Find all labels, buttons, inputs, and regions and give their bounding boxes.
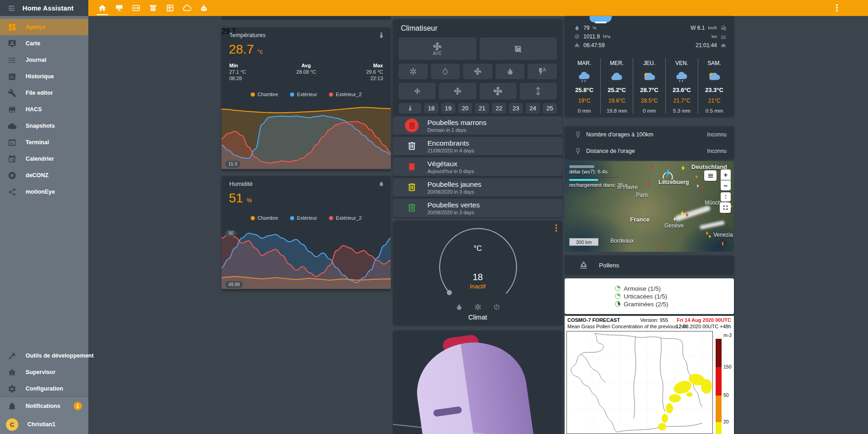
humidity-card[interactable]: Humidité 51 % Chambre Extérieur Extérieu…: [221, 176, 391, 291]
sidebar-item-motioneye[interactable]: motionEye: [0, 184, 88, 200]
lightning-strike-marker: [700, 186, 704, 190]
sidebar-item-deconz[interactable]: deCONZ: [0, 167, 88, 184]
sidebar-item-carte[interactable]: Carte: [0, 35, 88, 52]
trash-row-vertes[interactable]: Poubelles vertes 20/08/2020 in 3 days: [393, 199, 562, 217]
power-off-icon[interactable]: [493, 303, 501, 311]
temp-22-button[interactable]: 22: [492, 103, 506, 114]
sidebar-item-configuration[interactable]: Configuration: [0, 380, 88, 397]
weather-card[interactable]: 79% 1011.9hPa 06:47:59 W 6.1km/h km 21:0…: [565, 16, 734, 117]
store-icon: [8, 105, 16, 114]
storm-count-row[interactable]: Nombre d'orages à 100km Inconnu: [565, 126, 734, 143]
mode-fan-button[interactable]: [463, 64, 492, 79]
temp-25-button[interactable]: 25: [543, 103, 557, 114]
temp-23-button[interactable]: 23: [509, 103, 523, 114]
fan-high-button[interactable]: [480, 83, 517, 99]
trash-icon: [405, 180, 419, 194]
tab-home[interactable]: [94, 0, 111, 16]
tab-robot[interactable]: [195, 0, 212, 16]
trash-row-marrons[interactable]: Poubelles marrons Demain in 1 days: [393, 116, 562, 135]
tab-tablet-dashboard[interactable]: [128, 0, 145, 16]
pollen-level-icon: [615, 293, 620, 299]
ac-label: A/C: [433, 51, 442, 56]
sidebar-item-journal[interactable]: Journal: [0, 52, 88, 68]
water-drop-icon: [441, 67, 449, 76]
temperature-stats: Min27.1 °C08:28 Avg28.08 °C Max29.6 °C22…: [229, 62, 383, 81]
temp-21-button[interactable]: 21: [475, 103, 489, 114]
map-zoom-out-button[interactable]: −: [721, 180, 731, 190]
fan-medium-button[interactable]: [439, 83, 476, 99]
temp-20-button[interactable]: 20: [458, 103, 472, 114]
temperatures-card[interactable]: Températures 28.7 °c Min27.1 °C08:28 Avg…: [221, 27, 391, 171]
map-layers-button[interactable]: [704, 170, 717, 181]
mode-dry-button[interactable]: [431, 64, 460, 79]
trash-icon: [405, 160, 419, 174]
humidity-icon: [378, 180, 385, 189]
map-place-label: France: [630, 216, 650, 223]
mailbox-illustration: [393, 331, 562, 434]
sidebar-item-hacs[interactable]: HACS: [0, 101, 88, 118]
flower-icon: [579, 261, 588, 270]
sidebar-item-user[interactable]: C Christian1: [0, 415, 88, 434]
lightning-map-card[interactable]: DeutschlandLëtzebuergle HavreParisFrance…: [565, 161, 734, 252]
tab-floorplan[interactable]: [162, 0, 178, 16]
pollens-card: Armoise (1/5) Urticacées (1/5) Graminées…: [565, 278, 734, 314]
temp-19-button[interactable]: 19: [441, 103, 455, 114]
map-pitch-button[interactable]: [721, 192, 731, 201]
overflow-menu-button[interactable]: [832, 3, 841, 12]
sidebar-toggle-icon[interactable]: [7, 4, 16, 12]
sidebar-item-calendrier[interactable]: Calendrier: [0, 151, 88, 167]
trash-row-vegetaux[interactable]: Végétaux Aujourd'hui in 0 days: [393, 157, 562, 176]
map-zoom-in-button[interactable]: +: [721, 169, 731, 180]
sidebar-item-snapshots[interactable]: Snapshots: [0, 118, 88, 134]
card-title: Pollens: [599, 262, 619, 269]
tooltip-account-icon: [8, 39, 16, 48]
mode-auto-button[interactable]: [528, 64, 557, 79]
lightning-strike-marker: [659, 245, 663, 250]
storm-cell-icon: [660, 167, 675, 182]
forecast-day: JEU. 28.7°C 28.5°C 0 mm: [633, 58, 665, 114]
weather-icon-partly-sunny: [633, 69, 665, 85]
weather-icon-cloudy: [601, 69, 633, 85]
view-dashboard-icon: [8, 23, 16, 32]
trash-row-encombrants[interactable]: Encombrants 21/08/2020 in 4 days: [393, 137, 562, 155]
mode-heat-button[interactable]: [496, 64, 525, 79]
weather-details-left: 79% 1011.9hPa 06:47:59: [574, 23, 610, 49]
scale-tick-150: 150: [723, 364, 732, 369]
y-max-pill: 90: [225, 230, 237, 237]
temp-24-button[interactable]: 24: [526, 103, 540, 114]
sidebar-item-terminal[interactable]: Terminal: [0, 134, 88, 151]
ac-on-button[interactable]: A/C: [399, 38, 476, 60]
map-reload-label: rechargement dans: 35 s: [569, 182, 627, 188]
thermometer-button[interactable]: [399, 103, 421, 114]
pollens-header-card[interactable]: Pollens: [565, 255, 734, 275]
tab-presentation[interactable]: [111, 0, 128, 16]
mode-cool-button[interactable]: [399, 64, 428, 79]
map-attribution-button[interactable]: i: [718, 239, 727, 248]
hub-disc-icon: [8, 171, 16, 180]
map-fullscreen-button[interactable]: [720, 202, 731, 213]
sidebar-item-notifications[interactable]: Notifications 1: [0, 397, 88, 415]
pollen-graminees: Graminées (2/5): [615, 301, 684, 308]
heat-mode-icon[interactable]: [455, 303, 463, 311]
card-title: Températures: [229, 32, 265, 38]
pollen-level-icon: [615, 301, 620, 307]
trash-row-jaunes[interactable]: Poubelles jaunes 20/08/2020 in 3 days: [393, 178, 562, 196]
sidebar-item-dev-tools[interactable]: Outils de développement: [0, 347, 88, 364]
ac-off-button[interactable]: [480, 38, 557, 60]
weather-details-right: W 6.1km/h km 21:01:44: [690, 23, 727, 49]
map-opacity-slider[interactable]: [569, 165, 594, 168]
fan-low-button[interactable]: [399, 83, 436, 99]
sidebar-item-file-editor[interactable]: File editor: [0, 85, 88, 101]
sidebar-item-apercu[interactable]: Aperçu: [0, 19, 88, 35]
storm-distance-row[interactable]: Distance de l'orage Inconnu: [565, 143, 734, 159]
cool-mode-icon[interactable]: [474, 303, 482, 311]
temp-18-button[interactable]: 18: [424, 103, 438, 114]
humidity-chart: [221, 225, 391, 291]
swing-button[interactable]: [520, 83, 557, 99]
dial-handle[interactable]: [447, 290, 452, 295]
sidebar-item-supervisor[interactable]: Supervisor: [0, 364, 88, 380]
tab-cloud[interactable]: [178, 0, 195, 16]
tab-shutters[interactable]: [145, 0, 162, 16]
sidebar-item-historique[interactable]: Historique: [0, 68, 88, 85]
hammer-icon: [8, 352, 16, 360]
